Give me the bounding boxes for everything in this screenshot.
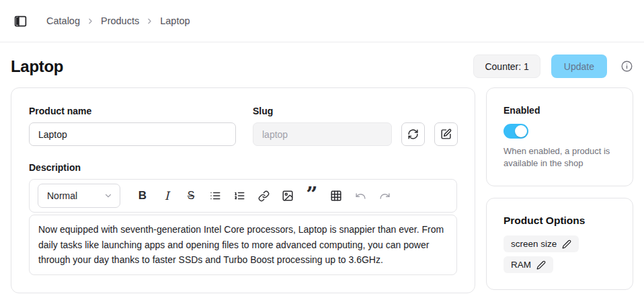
page-title: Laptop (11, 57, 63, 76)
bold-icon: B (138, 189, 147, 202)
link-button[interactable] (251, 184, 276, 208)
topbar: Catalog Products Laptop (0, 0, 644, 42)
image-icon (282, 190, 294, 202)
slug-label: Slug (253, 106, 458, 116)
ordered-list-button[interactable] (227, 184, 251, 208)
refresh-icon (407, 128, 419, 140)
chevron-right-icon (145, 17, 154, 26)
strikethrough-icon: S (188, 190, 195, 202)
redo-button[interactable] (372, 184, 397, 208)
info-icon[interactable] (620, 60, 633, 73)
strikethrough-button[interactable]: S (179, 184, 203, 208)
format-select-value: Normal (47, 190, 77, 201)
description-editor[interactable]: Now equipped with seventh-generation Int… (29, 215, 457, 275)
edit-icon (440, 128, 452, 140)
editor-toolbar: Normal B I S (29, 179, 457, 213)
option-tag-screen-size[interactable]: screen size (504, 235, 579, 252)
product-options-title: Product Options (504, 215, 616, 227)
bold-button[interactable]: B (130, 184, 155, 208)
slug-input[interactable] (253, 122, 392, 146)
product-name-label: Product name (29, 106, 236, 116)
italic-button[interactable]: I (155, 184, 179, 208)
blockquote-icon: ” (306, 191, 317, 200)
enabled-card: Enabled When enabled, a product is avail… (486, 87, 633, 186)
breadcrumb-catalog[interactable]: Catalog (46, 15, 80, 26)
blockquote-button[interactable]: ” (300, 184, 324, 208)
product-options-card: Product Options screen size RAM (486, 198, 633, 290)
toolbar-icons: B I S (130, 184, 397, 208)
breadcrumb-products[interactable]: Products (101, 15, 139, 26)
table-button[interactable] (324, 184, 348, 208)
breadcrumb-laptop[interactable]: Laptop (160, 15, 190, 26)
format-select[interactable]: Normal (38, 184, 120, 208)
bullet-list-icon (209, 190, 221, 202)
enabled-toggle[interactable] (504, 124, 528, 139)
header-actions: Counter: 1 Update (473, 54, 633, 78)
italic-icon: I (165, 189, 169, 202)
description-label: Description (29, 162, 457, 173)
option-label: screen size (511, 239, 557, 249)
image-button[interactable] (276, 184, 300, 208)
redo-icon (379, 190, 391, 202)
content: Product name Slug (11, 87, 633, 296)
pencil-icon (562, 239, 571, 249)
toggle-knob (515, 125, 527, 137)
sidebar-toggle-button[interactable] (11, 11, 30, 31)
undo-icon (355, 190, 366, 202)
option-tag-ram[interactable]: RAM (504, 256, 553, 273)
pencil-icon (536, 260, 546, 270)
link-icon (258, 190, 270, 202)
bullet-list-button[interactable] (203, 184, 227, 208)
panel-left-icon (13, 14, 28, 28)
option-label: RAM (511, 260, 531, 270)
product-form-card: Product name Slug (11, 87, 475, 293)
breadcrumb: Catalog Products Laptop (46, 15, 190, 26)
enabled-help-text: When enabled, a product is available in … (504, 145, 616, 170)
chevron-right-icon (86, 17, 95, 26)
page-header: Laptop Counter: 1 Update (11, 54, 633, 78)
right-sidebar: Enabled When enabled, a product is avail… (486, 87, 633, 296)
table-icon (330, 190, 342, 202)
chevron-down-icon (104, 191, 113, 200)
regenerate-slug-button[interactable] (401, 122, 425, 146)
counter-button[interactable]: Counter: 1 (473, 54, 540, 78)
update-button[interactable]: Update (551, 54, 607, 78)
edit-slug-button[interactable] (434, 122, 458, 146)
product-name-input[interactable] (29, 122, 236, 146)
undo-button[interactable] (348, 184, 372, 208)
product-options-list: screen size RAM (504, 235, 616, 273)
ordered-list-icon (233, 190, 245, 202)
enabled-label: Enabled (504, 105, 540, 116)
